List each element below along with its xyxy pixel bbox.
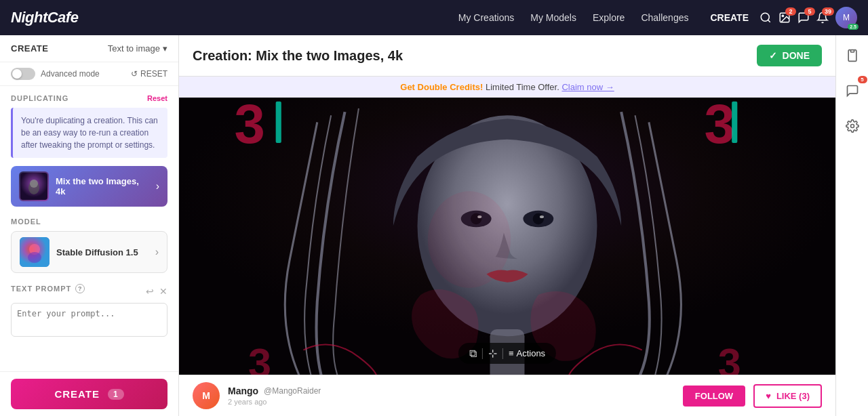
advanced-mode-label: Advanced mode bbox=[41, 69, 100, 79]
creator-avatar[interactable]: M bbox=[193, 382, 220, 409]
sidebar-create-label: CREATE bbox=[11, 43, 48, 54]
nav-create-button[interactable]: CREATE bbox=[710, 12, 749, 23]
chat-icon-button[interactable]: 5 bbox=[840, 79, 865, 103]
svg-point-9 bbox=[28, 252, 41, 263]
undo-icon[interactable]: ↩ bbox=[146, 286, 154, 297]
image-overlay-controls: ⧉ ⊹ ≡ Actions bbox=[458, 343, 556, 364]
like-button[interactable]: ♥ LIKE (3) bbox=[753, 384, 822, 408]
model-arrow-icon: › bbox=[155, 246, 159, 258]
like-label: LIKE (3) bbox=[776, 391, 810, 401]
copy-icon[interactable]: ⧉ bbox=[469, 348, 477, 360]
svg-point-25 bbox=[428, 191, 511, 288]
svg-line-1 bbox=[768, 20, 770, 22]
svg-point-3 bbox=[782, 15, 783, 16]
user-info: M Mango @MangoRaider 2 years ago bbox=[193, 382, 321, 409]
user-avatar[interactable]: M 2.5 bbox=[835, 7, 857, 28]
text-prompt-label: TEXT PROMPT ? bbox=[11, 284, 85, 293]
notifications-badge: 39 bbox=[822, 7, 834, 16]
nav-my-creations[interactable]: My Creations bbox=[458, 12, 514, 23]
chevron-down-icon: ▾ bbox=[163, 43, 167, 54]
nav-icons: 2 5 39 M 2.5 bbox=[760, 7, 857, 28]
messages-icon-button[interactable]: 5 bbox=[797, 12, 810, 24]
promo-link[interactable]: Claim now → bbox=[561, 82, 614, 92]
sidebar-header: CREATE Text to image ▾ bbox=[0, 35, 178, 62]
right-sidebar: 5 bbox=[835, 35, 868, 416]
nav-links: My Creations My Models Explore Challenge… bbox=[458, 12, 749, 23]
creation-card-name: Mix the two Images, 4k bbox=[56, 176, 149, 196]
notifications-icon-button[interactable]: 39 bbox=[816, 12, 829, 24]
model-card[interactable]: Stable Diffusion 1.5 › bbox=[11, 231, 167, 273]
center-content: Creation: Mix the two Images, 4k ✓ DONE … bbox=[179, 35, 835, 416]
svg-text:3: 3 bbox=[235, 98, 265, 154]
content-header: Creation: Mix the two Images, 4k ✓ DONE bbox=[179, 35, 835, 77]
nav-my-models[interactable]: My Models bbox=[530, 12, 576, 23]
text-prompt-header: TEXT PROMPT ? ↩ ✕ bbox=[11, 284, 167, 299]
duplicate-info-text: You're duplicating a creation. This can … bbox=[11, 108, 167, 158]
model-thumbnail bbox=[20, 237, 50, 267]
svg-rect-13 bbox=[276, 102, 281, 143]
duplicating-label: DUPLICATING bbox=[11, 94, 68, 102]
svg-rect-26 bbox=[850, 50, 854, 52]
user-handle[interactable]: @MangoRaider bbox=[264, 386, 321, 396]
main-layout: CREATE Text to image ▾ Advanced mode ↺ R… bbox=[0, 35, 868, 416]
search-icon-button[interactable] bbox=[760, 12, 772, 24]
advanced-mode-toggle-wrap: Advanced mode bbox=[11, 68, 100, 80]
svg-point-21 bbox=[540, 215, 544, 218]
clear-icon[interactable]: ✕ bbox=[159, 286, 167, 297]
left-sidebar: CREATE Text to image ▾ Advanced mode ↺ R… bbox=[0, 35, 179, 416]
reset-button[interactable]: ↺ RESET bbox=[131, 69, 167, 79]
reset-label: RESET bbox=[140, 69, 167, 79]
sidebar-scroll-area: DUPLICATING Reset You're duplicating a c… bbox=[0, 86, 178, 371]
model-name-label: Stable Diffusion 1.5 bbox=[56, 247, 149, 257]
bottom-info-bar: M Mango @MangoRaider 2 years ago FOLLOW … bbox=[179, 375, 835, 416]
settings-icon-button[interactable] bbox=[840, 114, 865, 138]
create-count-badge: 1 bbox=[108, 389, 124, 400]
action-buttons: FOLLOW ♥ LIKE (3) bbox=[683, 384, 822, 408]
create-button-label: CREATE bbox=[54, 388, 100, 400]
help-icon[interactable]: ? bbox=[75, 284, 85, 293]
svg-point-19 bbox=[533, 213, 544, 224]
credits-badge: 2.5 bbox=[848, 24, 859, 30]
heart-icon: ♥ bbox=[766, 391, 771, 401]
done-button[interactable]: ✓ DONE bbox=[757, 45, 822, 66]
done-label: DONE bbox=[783, 50, 810, 61]
follow-button[interactable]: FOLLOW bbox=[683, 386, 745, 407]
promo-normal: Limited Time Offer. bbox=[483, 82, 559, 92]
images-badge: 2 bbox=[785, 7, 796, 16]
page-title: Creation: Mix the two Images, 4k bbox=[193, 48, 403, 64]
svg-text:3: 3 bbox=[704, 98, 734, 154]
mode-selector[interactable]: Text to image ▾ bbox=[108, 43, 167, 54]
prompt-actions: ↩ ✕ bbox=[146, 286, 167, 297]
user-name: Mango bbox=[228, 386, 258, 396]
actions-button[interactable]: ≡ Actions bbox=[509, 348, 545, 358]
checkmark-icon: ✓ bbox=[769, 50, 777, 61]
post-time: 2 years ago bbox=[228, 398, 321, 406]
messages-badge: 5 bbox=[804, 7, 815, 16]
images-icon-button[interactable]: 2 bbox=[778, 12, 791, 24]
creation-card[interactable]: Mix the two Images, 4k › bbox=[11, 166, 167, 207]
reset-icon: ↺ bbox=[131, 69, 138, 79]
overlay-divider-1 bbox=[482, 348, 483, 359]
creation-thumbnail bbox=[19, 171, 49, 201]
creation-card-arrow-icon: › bbox=[156, 180, 159, 192]
ai-generated-image: 3 3 bbox=[179, 98, 835, 375]
chat-badge: 5 bbox=[858, 76, 867, 83]
svg-point-27 bbox=[850, 125, 854, 128]
clipboard-icon-button[interactable] bbox=[840, 43, 865, 68]
actions-label: Actions bbox=[516, 348, 545, 358]
duplicating-reset-link[interactable]: Reset bbox=[147, 94, 167, 102]
nav-challenges[interactable]: Challenges bbox=[641, 12, 688, 23]
list-icon: ≡ bbox=[509, 348, 514, 358]
mode-label: Text to image bbox=[108, 43, 160, 54]
top-navigation: NightCafe My Creations My Models Explore… bbox=[0, 0, 868, 35]
nav-explore[interactable]: Explore bbox=[593, 12, 625, 23]
app-logo[interactable]: NightCafe bbox=[11, 9, 78, 26]
svg-rect-14 bbox=[732, 102, 737, 143]
prompt-input[interactable] bbox=[11, 303, 167, 337]
promo-bar: Get Double Credits! Limited Time Offer. … bbox=[179, 77, 835, 98]
create-button[interactable]: CREATE 1 bbox=[11, 379, 167, 409]
crop-icon[interactable]: ⊹ bbox=[488, 347, 497, 360]
ai-image-area: 3 3 bbox=[179, 98, 835, 375]
model-section-label: MODEL bbox=[11, 217, 167, 226]
advanced-mode-toggle[interactable] bbox=[11, 68, 35, 80]
